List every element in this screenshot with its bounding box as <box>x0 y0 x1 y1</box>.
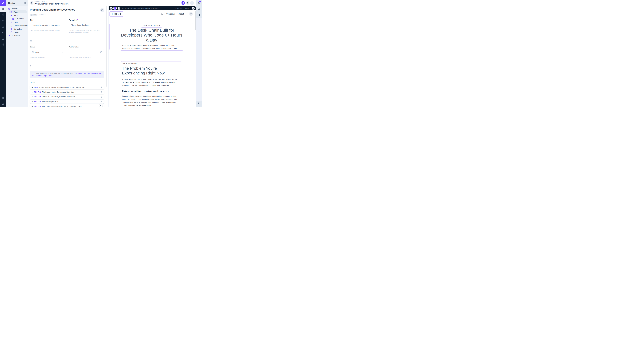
sidebar-item-workflow[interactable]: 1. Workflow <box>12 17 24 20</box>
sidebar-item-label: 1. Workflow <box>16 18 24 20</box>
share-button[interactable] <box>198 14 200 16</box>
block-title: Why Developers Choose Us Over $2,000 Off… <box>42 105 100 107</box>
block-type: Rich Text: <box>34 91 41 93</box>
sidebar-item-globals[interactable]: Globals <box>10 31 19 34</box>
module-settings[interactable] <box>0 42 6 47</box>
block-row-rich-text-4[interactable]: Rich Text: Why Developers Choose Us Over… <box>30 104 104 107</box>
sidebar-item-form-submissions[interactable]: Form Submissions <box>10 24 28 27</box>
search-icon[interactable] <box>161 13 163 15</box>
sidebar-item-navigation[interactable]: Navigation <box>10 27 22 31</box>
title-input[interactable]: Premium Desk Chairs for Developers <box>30 22 66 28</box>
back-button[interactable] <box>30 1 34 5</box>
sidebar-item-ai-prompts[interactable]: AI Prompts <box>8 34 20 37</box>
drag-handle-icon[interactable] <box>31 91 33 93</box>
calendar-icon[interactable] <box>100 51 102 53</box>
check-icon <box>191 2 193 4</box>
drag-handle-icon[interactable] <box>31 101 33 103</box>
site-logo[interactable]: LOGO <box>110 11 123 17</box>
module-files[interactable] <box>0 24 6 29</box>
block-row-rich-text-3[interactable]: Rich Text: What Developers Say <box>30 99 104 104</box>
block-type: Rich Text: <box>34 101 41 103</box>
divider <box>30 13 104 13</box>
module-help[interactable] <box>0 36 6 41</box>
page-header: Pages • Main Premium Desk Chairs for Dev… <box>28 0 196 6</box>
drag-handle-icon[interactable] <box>31 86 33 88</box>
hero-badge[interactable]: BACK PAIN? SOLVED. <box>141 23 162 27</box>
save-button[interactable] <box>190 1 194 5</box>
refresh-icon <box>118 7 120 9</box>
block-row-hero[interactable]: Hero: The Desk Chair Built for Developer… <box>30 85 104 89</box>
globe-icon <box>10 31 12 33</box>
hero-heading-box[interactable]: The Desk Chair Built for Developers Who … <box>120 27 184 43</box>
status-select[interactable]: Draft <box>30 49 66 55</box>
block-row-rich-text-2[interactable]: Rich Text: The Chair That Actually Works… <box>30 95 104 99</box>
new-window-button[interactable] <box>110 7 112 10</box>
module-insights[interactable] <box>0 30 6 35</box>
delete-button[interactable] <box>186 1 190 5</box>
trash-icon[interactable] <box>101 86 103 88</box>
trash-icon[interactable] <box>101 91 103 93</box>
comments-button[interactable] <box>198 7 200 10</box>
site-navigation: Contact Us About <box>161 12 193 16</box>
edit-mode-button[interactable] <box>113 6 117 10</box>
preview-zoom-select[interactable]: 100% <box>184 7 190 9</box>
version-icon <box>40 1 42 2</box>
block-row-rich-text-1[interactable]: Rich Text: The Problem You're Experienci… <box>30 90 104 94</box>
pencil-icon <box>114 7 116 9</box>
module-users[interactable] <box>0 18 6 23</box>
version-selector[interactable]: Main <box>40 1 47 2</box>
published-at-input[interactable] <box>69 49 104 55</box>
theme-toggle-button[interactable] <box>189 12 193 16</box>
drag-handle-icon[interactable] <box>31 105 33 107</box>
page-builder-notice: Build dynamic pages quickly using ready-… <box>30 71 104 78</box>
sidebar-item-forms[interactable]: Forms <box>10 20 18 24</box>
problem-block-outline[interactable]: YOUR PAIN POINT The Problem You're Exper… <box>121 61 182 107</box>
notifications-bell-button[interactable] <box>0 95 6 100</box>
bell-icon <box>2 97 4 99</box>
permalink-input[interactable]: /desk-chair-landing <box>69 22 104 28</box>
project-name: Directus <box>8 2 24 4</box>
status-badge[interactable]: Draft <box>30 14 38 16</box>
user-avatar[interactable] <box>0 101 6 106</box>
nav-contact-us[interactable]: Contact Us <box>166 13 175 15</box>
help-button[interactable] <box>100 8 104 12</box>
breadcrumb-collection[interactable]: Pages <box>34 1 39 2</box>
collapse-sidebar-icon[interactable] <box>24 2 26 4</box>
preview-url[interactable]: http://localhost:3000/desk-chair-landing… <box>122 7 175 9</box>
form-scrollbar[interactable] <box>106 6 107 87</box>
sidebar-item-pages[interactable]: Pages <box>10 10 18 14</box>
sidebar-item-posts[interactable]: Posts <box>10 14 18 17</box>
permalink-hint: Unique URL for this page (start with /, … <box>69 29 104 34</box>
responsive-devices-button[interactable] <box>192 7 194 10</box>
trash-icon <box>187 2 189 4</box>
directus-logo[interactable] <box>0 0 6 6</box>
info-icon <box>32 73 34 76</box>
preview-toggle-button[interactable] <box>182 1 185 5</box>
drag-handle-icon[interactable] <box>31 96 33 98</box>
preview-scrollbar[interactable] <box>195 11 196 30</box>
trash-icon[interactable] <box>101 101 103 103</box>
arrow-left-icon <box>31 2 33 4</box>
refresh-button[interactable] <box>118 7 120 10</box>
ai-assistant-button[interactable] <box>198 102 200 105</box>
menu-open-icon <box>10 28 12 30</box>
sidebar-item-label: AI Prompts <box>12 35 20 37</box>
published-meta: • Published At: <box>38 14 48 16</box>
hero-paragraph-box[interactable]: No more back pain. Just laser focus and … <box>120 43 184 50</box>
folder-star-icon <box>8 8 10 10</box>
title-field-label: Title* <box>30 19 34 21</box>
browser-icon <box>10 11 12 13</box>
module-editor[interactable] <box>0 12 6 17</box>
problem-heading: The Problem You're Experiencing Right No… <box>122 66 179 75</box>
chevron-down-icon <box>184 13 186 14</box>
blocks-field-label: Blocks <box>30 82 36 84</box>
notifications-button[interactable]: 1 <box>198 1 200 4</box>
sparkles-icon <box>8 35 10 37</box>
scroll-down-button[interactable] <box>99 104 102 107</box>
nav-about[interactable]: About <box>179 13 186 15</box>
module-content[interactable] <box>0 6 6 11</box>
required-asterisk: * <box>77 19 78 20</box>
preview-toolbar: http://localhost:3000/desk-chair-landing… <box>109 6 196 10</box>
trash-icon[interactable] <box>101 96 103 98</box>
sidebar-item-website[interactable]: Website <box>8 7 18 10</box>
